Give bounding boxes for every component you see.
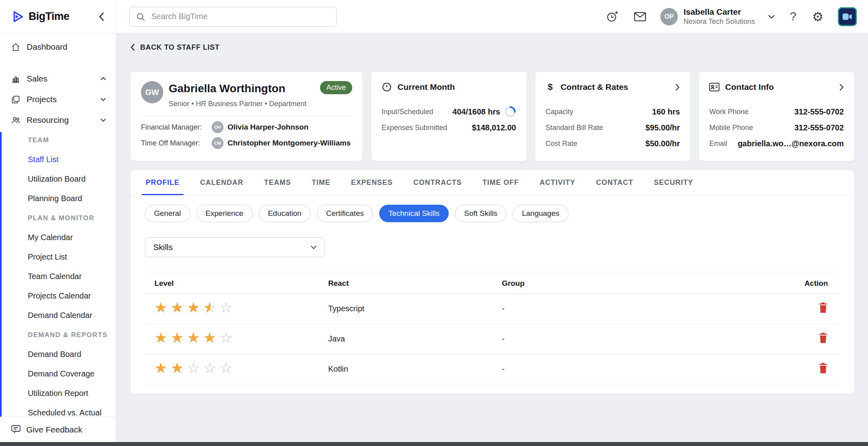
chevron-down-icon xyxy=(768,14,775,19)
tab-calendar[interactable]: CALENDAR xyxy=(190,170,254,195)
contact-info-card: Contact Info Work Phone 312-555-0702 Mob… xyxy=(698,71,854,161)
delete-skill-button[interactable] xyxy=(818,302,828,313)
feedback-bubble-icon xyxy=(11,425,21,434)
sidebar-item-utilization-board[interactable]: Utilization Board xyxy=(0,169,116,189)
settings-button[interactable]: ⚙ xyxy=(810,8,825,26)
sidebar-item-label: Sales xyxy=(27,74,48,83)
sidebar-item-demand-board[interactable]: Demand Board xyxy=(0,345,116,364)
skills-dropdown[interactable]: Skills xyxy=(145,237,324,257)
open-contract-details-button[interactable] xyxy=(675,83,680,91)
filter-experience[interactable]: Experience xyxy=(197,205,253,222)
camera-icon xyxy=(843,14,852,20)
contract-rates-card: $ Contract & Rates Capacity 160 hrs Stan… xyxy=(535,71,691,161)
input-scheduled-label: Input/Scheduled xyxy=(382,108,453,116)
back-chevron-icon xyxy=(130,43,135,51)
sidebar-item-demand-calendar[interactable]: Demand Calendar xyxy=(0,306,116,325)
tab-profile[interactable]: PROFILE xyxy=(135,170,190,195)
back-to-staff-list-link[interactable]: BACK TO STAFF LIST xyxy=(130,42,220,52)
skill-name: Kotlin xyxy=(319,365,493,374)
filter-education[interactable]: Education xyxy=(259,205,311,222)
delete-skill-button[interactable] xyxy=(818,363,828,374)
topbar: BigTime OP Isabella Carter xyxy=(0,0,868,33)
capacity-value: 160 hrs xyxy=(652,107,680,116)
staff-name: Gabriella Worthington xyxy=(169,82,314,95)
manager-avatar: OH xyxy=(212,121,224,133)
filter-soft-skills[interactable]: Soft Skills xyxy=(455,205,506,222)
financial-manager-row: Financial Manager: OH Olivia Harper-John… xyxy=(141,121,352,134)
app-title: BigTime xyxy=(29,10,69,23)
card-title: Contract & Rates xyxy=(561,82,628,92)
tab-time[interactable]: TIME xyxy=(301,170,341,195)
give-feedback-button[interactable]: Give Feedback xyxy=(0,417,116,442)
expenses-label: Expenses Submitted xyxy=(382,124,472,132)
sidebar-item-projects[interactable]: Projects xyxy=(0,89,116,110)
submenu-heading-demand-reports: DEMAND & REPORTS xyxy=(0,325,116,345)
feedback-label: Give Feedback xyxy=(26,425,82,434)
sidebar-item-demand-coverage[interactable]: Demand Coverage xyxy=(0,364,116,384)
star-rating[interactable]: ☆★☆★☆★☆★☆★ xyxy=(154,300,236,316)
filter-languages[interactable]: Languages xyxy=(513,205,568,222)
projects-icon xyxy=(11,95,20,104)
topbar-actions: OP Isabella Carter Nexora Tech Solutions… xyxy=(605,7,868,26)
sidebar-item-planning-board[interactable]: Planning Board xyxy=(0,189,116,208)
manager-avatar: CM xyxy=(212,137,224,149)
help-button[interactable]: ? xyxy=(788,8,798,25)
sidebar-item-team-calendar[interactable]: Team Calendar xyxy=(0,267,116,286)
cost-rate-value: $50.00/hr xyxy=(646,139,680,148)
user-menu[interactable]: OP Isabella Carter Nexora Tech Solutions xyxy=(660,7,775,26)
star-rating[interactable]: ☆★☆★☆★☆★☆★ xyxy=(154,360,236,376)
tab-time-off[interactable]: TIME OFF xyxy=(472,170,529,195)
tab-contact[interactable]: CONTACT xyxy=(586,170,644,195)
user-avatar: OP xyxy=(660,8,678,25)
column-header-group: Group xyxy=(492,279,770,288)
sidebar-item-project-list[interactable]: Project List xyxy=(0,247,116,267)
timeoff-manager-row: Time Off Manager: CM Christopher Montgom… xyxy=(141,137,352,149)
delete-skill-button[interactable] xyxy=(818,332,828,343)
skill-group: - xyxy=(492,365,770,374)
sidebar-item-my-calendar[interactable]: My Calendar xyxy=(0,228,116,247)
email-label: Email xyxy=(709,140,737,148)
skill-group: - xyxy=(492,334,770,343)
start-timer-button[interactable] xyxy=(605,9,620,24)
timeoff-manager-name: Christopher Montgomery-Williams xyxy=(228,139,351,147)
open-contact-details-button[interactable] xyxy=(839,83,844,91)
sidebar-item-sales[interactable]: Sales xyxy=(0,68,116,89)
skills-table: Level React Group Action ☆★☆★☆★☆★☆★ Type… xyxy=(145,273,840,384)
bigtime-logo[interactable]: BigTime xyxy=(11,10,69,23)
filter-general[interactable]: General xyxy=(145,205,190,222)
sidebar-item-projects-calendar[interactable]: Projects Calendar xyxy=(0,286,116,306)
global-search xyxy=(129,7,337,27)
chevron-down-icon xyxy=(100,97,106,101)
tab-security[interactable]: SECURITY xyxy=(644,170,704,195)
collapse-sidebar-button[interactable] xyxy=(97,10,106,23)
star-rating[interactable]: ☆★☆★☆★☆★☆★ xyxy=(154,330,236,346)
user-name: Isabella Carter xyxy=(683,7,755,17)
tab-teams[interactable]: TEAMS xyxy=(254,170,301,195)
tab-contracts[interactable]: CONTRACTS xyxy=(403,170,472,195)
chevron-right-icon xyxy=(675,83,680,91)
screen-recorder-button[interactable] xyxy=(838,7,857,26)
filter-certificates[interactable]: Certificates xyxy=(317,205,373,222)
tab-activity[interactable]: ACTIVITY xyxy=(529,170,586,195)
sidebar-item-utilization-report[interactable]: Utilization Report xyxy=(0,384,116,403)
filter-technical-skills[interactable]: Technical Skills xyxy=(379,205,449,222)
card-title: Current Month xyxy=(397,82,455,92)
sidebar-item-label: Dashboard xyxy=(27,42,68,52)
work-phone-value: 312-555-0702 xyxy=(794,107,844,116)
bill-rate-label: Standard Bill Rate xyxy=(546,124,646,132)
search-input[interactable] xyxy=(129,7,337,27)
resourcing-submenu: TEAM Staff List Utilization Board Planni… xyxy=(0,130,116,423)
financial-manager-label: Financial Manager: xyxy=(141,123,212,132)
sidebar-item-staff-list[interactable]: Staff List xyxy=(0,150,116,169)
skill-group: - xyxy=(492,304,770,313)
tab-expenses[interactable]: EXPENSES xyxy=(341,170,403,195)
email-value: gabriella.wo…@nexora.com xyxy=(738,139,844,148)
staff-subtitle: Senior • HR Business Partner • Departmen… xyxy=(169,100,314,108)
submenu-heading-team: TEAM xyxy=(0,130,116,150)
column-header-action: Action xyxy=(770,279,840,288)
sidebar-item-dashboard[interactable]: Dashboard xyxy=(0,37,116,57)
card-title: Contact Info xyxy=(725,82,773,92)
sidebar-item-resourcing[interactable]: Resourcing xyxy=(0,110,116,130)
messages-button[interactable] xyxy=(633,10,648,23)
divider xyxy=(141,116,352,116)
